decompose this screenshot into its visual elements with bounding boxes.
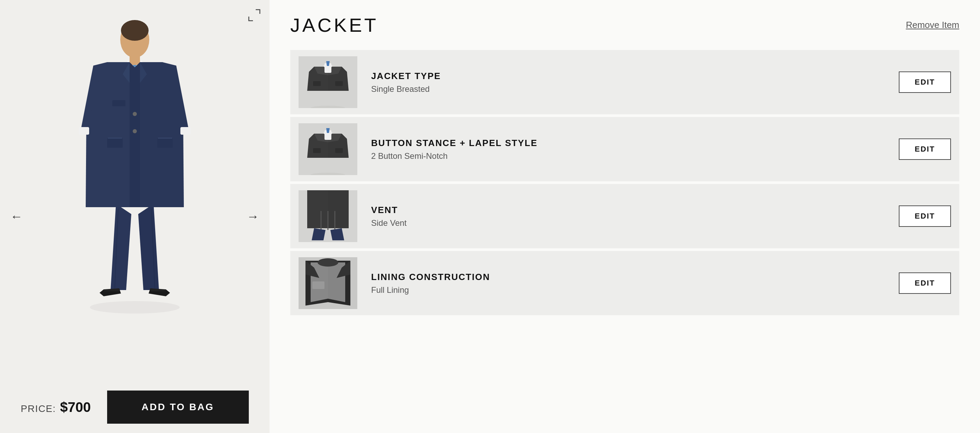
svg-rect-12 <box>180 127 191 135</box>
right-panel: JACKET Remove Item JACKE <box>269 0 980 433</box>
right-panel-header: JACKET Remove Item <box>290 14 959 36</box>
suit-preview <box>62 7 207 318</box>
option-row-button-stance: BUTTON STANCE + LAPEL STYLE 2 Button Sem… <box>290 117 959 181</box>
option-value-button-stance: 2 Button Semi-Notch <box>371 151 885 161</box>
bottom-bar: PRICE: $700 ADD TO BAG <box>0 381 269 433</box>
svg-point-42 <box>318 258 338 266</box>
svg-rect-15 <box>112 100 126 106</box>
remove-item-button[interactable]: Remove Item <box>906 20 959 30</box>
edit-button-button-stance[interactable]: EDIT <box>899 138 951 160</box>
prev-arrow[interactable]: ← <box>3 206 30 227</box>
svg-rect-14 <box>157 138 173 148</box>
option-info-lining-construction: LINING CONSTRUCTION Full Lining <box>357 272 899 295</box>
edit-button-jacket-type[interactable]: EDIT <box>899 71 951 93</box>
option-thumbnail-jacket-type <box>299 56 357 108</box>
option-info-button-stance: BUTTON STANCE + LAPEL STYLE 2 Button Sem… <box>357 138 899 161</box>
price-value: $700 <box>60 400 91 415</box>
option-value-vent: Side Vent <box>371 218 885 228</box>
expand-icon[interactable] <box>247 8 262 23</box>
option-name-button-stance: BUTTON STANCE + LAPEL STYLE <box>371 138 885 149</box>
svg-rect-41 <box>312 281 325 289</box>
svg-point-10 <box>133 129 137 133</box>
svg-point-0 <box>90 301 180 314</box>
option-row-jacket-type: JACKET TYPE Single Breasted EDIT <box>290 50 959 114</box>
svg-rect-11 <box>79 127 89 135</box>
option-thumbnail-lining-construction <box>299 257 357 309</box>
option-thumbnail-button-stance <box>299 123 357 175</box>
option-row-lining-construction: LINING CONSTRUCTION Full Lining EDIT <box>290 251 959 315</box>
svg-point-9 <box>133 112 137 116</box>
svg-rect-33 <box>313 148 321 153</box>
section-title: JACKET <box>290 14 379 36</box>
price-label: PRICE: <box>21 403 56 414</box>
option-row-vent: VENT Side Vent EDIT <box>290 184 959 248</box>
next-arrow[interactable]: → <box>240 206 266 227</box>
options-list: JACKET TYPE Single Breasted EDIT <box>290 50 959 315</box>
add-to-bag-button[interactable]: ADD TO BAG <box>107 390 249 423</box>
price-container: PRICE: $700 <box>21 400 91 415</box>
svg-rect-25 <box>313 81 321 86</box>
option-thumbnail-vent <box>299 190 357 242</box>
option-value-lining-construction: Full Lining <box>371 285 885 295</box>
edit-button-lining-construction[interactable]: EDIT <box>899 273 951 294</box>
edit-button-vent[interactable]: EDIT <box>899 205 951 227</box>
svg-rect-26 <box>335 81 343 86</box>
left-panel: ← → <box>0 0 269 433</box>
option-value-jacket-type: Single Breasted <box>371 84 885 94</box>
option-name-vent: VENT <box>371 205 885 216</box>
option-info-vent: VENT Side Vent <box>357 205 899 228</box>
svg-rect-13 <box>107 138 123 148</box>
option-name-lining-construction: LINING CONSTRUCTION <box>371 272 885 282</box>
svg-rect-34 <box>335 148 343 153</box>
option-name-jacket-type: JACKET TYPE <box>371 71 885 81</box>
option-info-jacket-type: JACKET TYPE Single Breasted <box>357 71 899 94</box>
svg-point-7 <box>121 20 149 41</box>
svg-rect-8 <box>130 55 140 65</box>
